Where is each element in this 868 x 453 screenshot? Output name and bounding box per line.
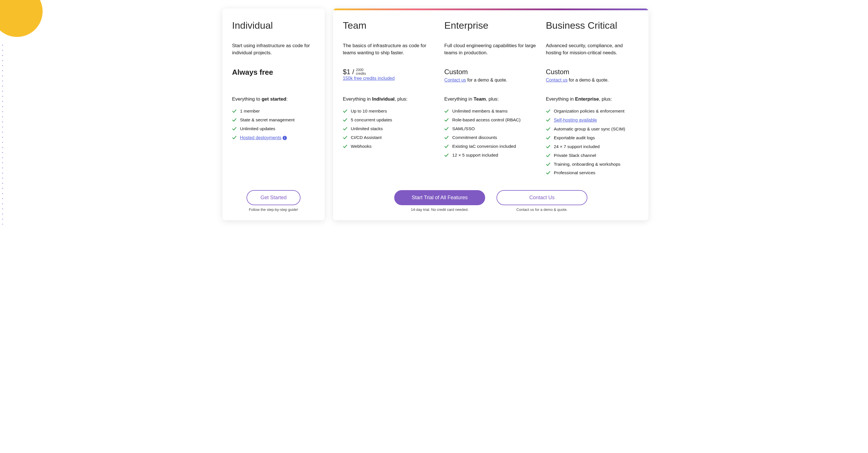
- cta-sub: 14-day trial. No credit card needed.: [411, 208, 468, 212]
- plan-desc: Advanced security, compliance, and hosti…: [546, 42, 639, 57]
- price-custom: Custom: [546, 68, 639, 76]
- plan-name: Enterprise: [444, 20, 537, 31]
- plan-desc: Full cloud engineering capabilities for …: [444, 42, 537, 57]
- plan-card-combined: Team The basics of infrastructure as cod…: [333, 8, 648, 220]
- feature-text: 24 × 7 support included: [554, 144, 600, 150]
- feature-text: Unlimited members & teams: [452, 108, 507, 114]
- feature-item: Exportable audit logs: [546, 135, 639, 141]
- plan-name: Individual: [232, 20, 315, 31]
- price-block: Always free: [232, 68, 315, 85]
- check-icon: [444, 109, 449, 113]
- feature-link[interactable]: Self-hosting available: [554, 118, 597, 122]
- feature-text: CI/CD Assistant: [351, 135, 382, 141]
- feature-list: Unlimited members & teamsRole-based acce…: [444, 108, 537, 161]
- feature-item: Training, onboarding & workshops: [546, 161, 639, 168]
- check-icon: [444, 126, 449, 131]
- pricing-grid: Individual Start using infrastructure as…: [222, 8, 648, 220]
- price-block: $1 / 2000 credits 150k free credits incl…: [343, 68, 436, 85]
- check-icon: [444, 153, 449, 157]
- feature-item: Role-based access control (RBAC): [444, 117, 537, 123]
- check-icon: [343, 135, 347, 140]
- plan-col-business: Business Critical Advanced security, com…: [546, 20, 639, 184]
- feature-item: Organization policies & enforcement: [546, 108, 639, 114]
- feature-text: Webhooks: [351, 144, 372, 150]
- check-icon: [546, 153, 551, 158]
- check-icon: [232, 109, 237, 113]
- plan-name: Team: [343, 20, 436, 31]
- check-icon: [343, 126, 347, 131]
- start-trial-button[interactable]: Start Trial of All Features: [394, 190, 485, 205]
- feature-text: Professional services: [554, 170, 595, 176]
- feature-text: Role-based access control (RBAC): [452, 117, 520, 123]
- check-icon: [546, 162, 551, 167]
- info-icon[interactable]: i: [283, 136, 287, 140]
- feature-text: Exportable audit logs: [554, 135, 595, 141]
- feature-item: 24 × 7 support included: [546, 144, 639, 150]
- feature-item: CI/CD Assistant: [343, 135, 436, 141]
- contact-us-link[interactable]: Contact us: [444, 78, 466, 83]
- feature-text: 1 member: [240, 108, 260, 114]
- plan-card-individual: Individual Start using infrastructure as…: [222, 8, 324, 220]
- feature-text: Up to 10 members: [351, 108, 387, 114]
- feature-item: Professional services: [546, 170, 639, 176]
- plan-col-enterprise: Enterprise Full cloud engineering capabi…: [444, 20, 537, 184]
- feature-text: 5 concurrent updates: [351, 117, 392, 123]
- check-icon: [546, 171, 551, 175]
- check-icon: [546, 109, 551, 113]
- plan-name: Business Critical: [546, 20, 639, 31]
- check-icon: [546, 118, 551, 122]
- cta-sub: Contact us for a demo & quote.: [516, 208, 567, 212]
- cta-sub: Follow the step-by-step guide!: [249, 208, 298, 212]
- feature-item: Automatic group & user sync (SCIM): [546, 126, 639, 132]
- check-icon: [343, 118, 347, 122]
- feature-item: Webhooks: [343, 144, 436, 150]
- check-icon: [546, 127, 551, 131]
- gradient-bar: [333, 8, 648, 10]
- check-icon: [232, 118, 237, 122]
- decorative-blob: [0, 0, 42, 37]
- check-icon: [546, 135, 551, 140]
- contact-us-link[interactable]: Contact us: [546, 78, 567, 83]
- feature-text: Private Slack channel: [554, 153, 596, 158]
- check-icon: [444, 118, 449, 122]
- feature-text: State & secret management: [240, 117, 294, 123]
- feature-item: Self-hosting available: [546, 117, 639, 123]
- plan-col-team: Team The basics of infrastructure as cod…: [343, 20, 436, 184]
- feature-item: Existing IaC conversion included: [444, 144, 537, 150]
- feature-item: 5 concurrent updates: [343, 117, 436, 123]
- check-icon: [546, 144, 551, 149]
- feature-item: SAML/SSO: [444, 126, 537, 132]
- feature-item: 1 member: [232, 108, 315, 114]
- check-icon: [343, 144, 347, 149]
- feature-item: Unlimited stacks: [343, 126, 436, 132]
- feature-text: Self-hosting available: [554, 117, 597, 123]
- check-icon: [343, 109, 347, 113]
- price-block: Custom Contact us for a demo & quote.: [444, 68, 537, 85]
- get-started-button[interactable]: Get Started: [247, 190, 301, 205]
- feature-text: 12 × 5 support included: [452, 152, 498, 158]
- feature-list: Up to 10 members5 concurrent updatesUnli…: [343, 108, 436, 152]
- feature-text: Training, onboarding & workshops: [554, 161, 621, 168]
- feature-text: Unlimited stacks: [351, 126, 383, 132]
- plan-desc: Start using infrastructure as code for i…: [232, 42, 315, 57]
- feature-text: Existing IaC conversion included: [452, 144, 516, 150]
- feature-item: Commitment discounts: [444, 135, 537, 141]
- feature-text: Commitment discounts: [452, 135, 497, 141]
- check-icon: [232, 126, 237, 131]
- feature-item: 12 × 5 support included: [444, 152, 537, 158]
- contact-us-button[interactable]: Contact Us: [496, 190, 587, 205]
- free-credits-link[interactable]: 150k free credits included: [343, 76, 395, 81]
- everything-line: Everything to get started:: [232, 96, 315, 102]
- feature-text: Unlimited updates: [240, 126, 275, 132]
- feature-list: Organization policies & enforcementSelf-…: [546, 108, 639, 179]
- price-custom: Custom: [444, 68, 537, 76]
- feature-item: Private Slack channel: [546, 153, 639, 158]
- feature-item: Hosted deploymentsi: [232, 135, 315, 141]
- plan-desc: The basics of infrastructure as code for…: [343, 42, 436, 57]
- feature-item: Unlimited members & teams: [444, 108, 537, 114]
- feature-link[interactable]: Hosted deployments: [240, 135, 281, 140]
- feature-text: SAML/SSO: [452, 126, 475, 132]
- price-block: Custom Contact us for a demo & quote.: [546, 68, 639, 85]
- feature-text: Automatic group & user sync (SCIM): [554, 126, 625, 132]
- check-icon: [232, 135, 237, 140]
